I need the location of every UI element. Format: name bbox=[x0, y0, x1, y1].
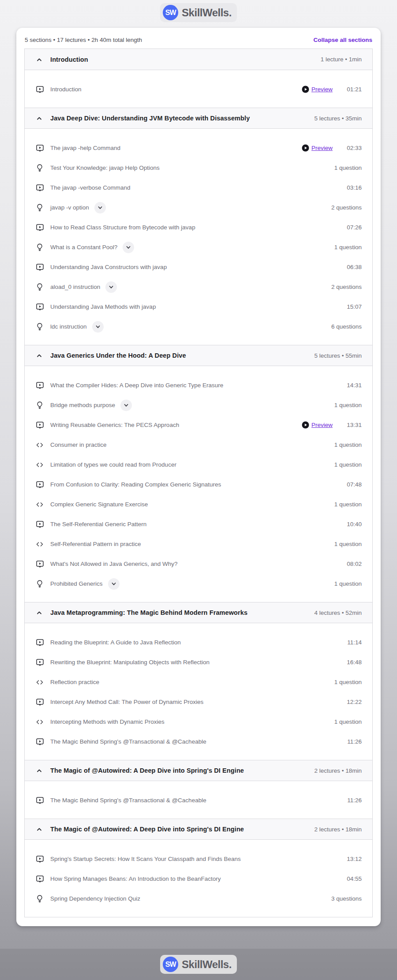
lecture-meta: 04:55 bbox=[341, 875, 362, 882]
lecture-row[interactable]: The Magic Behind Spring's @Transactional… bbox=[25, 790, 372, 810]
lecture-row[interactable]: javap -v option 2 questions bbox=[25, 198, 372, 217]
lecture-row[interactable]: Consumer in practice 1 question bbox=[25, 435, 372, 455]
preview-button[interactable]: Preview bbox=[302, 421, 333, 429]
lecture-meta: 07:48 bbox=[341, 481, 362, 488]
lecture-title: Consumer in practice bbox=[50, 441, 107, 448]
lecture-row[interactable]: aload_0 instruction 2 questions bbox=[25, 277, 372, 297]
lecture-row[interactable]: ldc instruction 6 questions bbox=[25, 317, 372, 337]
section-lectures: The javap -help Command Preview 02:33 bbox=[25, 129, 372, 345]
code-icon bbox=[35, 679, 44, 686]
lecture-row[interactable]: How Spring Manages Beans: An Introductio… bbox=[25, 869, 372, 889]
lecture-meta: 07:26 bbox=[341, 224, 362, 231]
lecture-row[interactable]: Rewriting the Blueprint: Manipulating Ob… bbox=[25, 652, 372, 672]
course-summary: 5 sections • 17 lectures • 2h 40m total … bbox=[25, 37, 142, 43]
course-section: Java Deep Dive: Understanding JVM Byteco… bbox=[25, 108, 372, 345]
lecture-title: The Magic Behind Spring's @Transactional… bbox=[50, 738, 206, 745]
section-header[interactable]: Java Metaprogramming: The Magic Behind M… bbox=[25, 602, 372, 623]
section-header[interactable]: The Magic of @Autowired: A Deep Dive int… bbox=[25, 760, 372, 781]
video-icon bbox=[35, 855, 44, 863]
expand-lecture-toggle[interactable] bbox=[108, 578, 120, 590]
lecture-row[interactable]: What is a Constant Pool? 1 question bbox=[25, 237, 372, 257]
section-header[interactable]: The Magic of @Autowired: A Deep Dive int… bbox=[25, 819, 372, 840]
code-icon bbox=[35, 541, 44, 548]
lecture-row[interactable]: Spring Dependency Injection Quiz 3 quest… bbox=[25, 889, 372, 909]
lecture-row[interactable]: Test Your Knowledge: javap Help Options … bbox=[25, 158, 372, 178]
lecture-row[interactable]: From Confusion to Clarity: Reading Compl… bbox=[25, 475, 372, 494]
lecture-title: What's Not Allowed in Java Generics, and… bbox=[50, 561, 177, 567]
lecture-meta: 12:22 bbox=[341, 699, 362, 705]
preview-label: Preview bbox=[311, 422, 333, 428]
section-lectures: The Magic Behind Spring's @Transactional… bbox=[25, 781, 372, 819]
lecture-meta: 11:26 bbox=[341, 797, 362, 804]
lecture-title: Rewriting the Blueprint: Manipulating Ob… bbox=[50, 659, 210, 666]
expand-lecture-toggle[interactable] bbox=[120, 400, 132, 411]
preview-button[interactable]: Preview bbox=[302, 86, 333, 93]
video-icon bbox=[35, 421, 44, 429]
section-title: The Magic of @Autowired: A Deep Dive int… bbox=[50, 767, 244, 774]
lecture-title: Spring's Startup Secrets: How It Scans Y… bbox=[50, 856, 241, 862]
lecture-meta: 11:26 bbox=[341, 738, 362, 745]
video-icon bbox=[35, 183, 44, 192]
section-meta: 5 lectures • 35min bbox=[307, 115, 362, 122]
expand-lecture-toggle[interactable] bbox=[94, 202, 106, 213]
lecture-row[interactable]: Intercepting Methods with Dynamic Proxie… bbox=[25, 712, 372, 732]
lecture-title: Complex Generic Signature Exercise bbox=[50, 501, 148, 508]
lecture-row[interactable]: Prohibited Generics 1 question bbox=[25, 574, 372, 594]
lecture-row[interactable]: Limitation of types we could read from P… bbox=[25, 455, 372, 475]
lecture-row[interactable]: Intercept Any Method Call: The Power of … bbox=[25, 692, 372, 712]
lecture-title: Prohibited Generics bbox=[50, 580, 103, 587]
lecture-title: Spring Dependency Injection Quiz bbox=[50, 895, 140, 902]
lecture-title: Reading the Blueprint: A Guide to Java R… bbox=[50, 639, 181, 646]
lecture-row[interactable]: The javap -help Command Preview 02:33 bbox=[25, 138, 372, 158]
lecture-meta: 1 question bbox=[334, 402, 362, 408]
lecture-meta: 6 questions bbox=[331, 323, 362, 330]
collapse-all-sections-link[interactable]: Collapse all sections bbox=[313, 37, 372, 43]
expand-lecture-toggle[interactable] bbox=[105, 281, 117, 293]
video-icon bbox=[35, 796, 44, 804]
lightbulb-icon bbox=[35, 203, 44, 212]
section-header[interactable]: Java Deep Dive: Understanding JVM Byteco… bbox=[25, 108, 372, 129]
lecture-title: ldc instruction bbox=[50, 323, 87, 330]
lecture-title: Introduction bbox=[50, 86, 82, 93]
chevron-up-icon bbox=[35, 767, 43, 774]
lecture-row[interactable]: The javap -verbose Command 03:16 bbox=[25, 178, 372, 198]
section-meta: 1 lecture • 1min bbox=[314, 56, 362, 63]
lecture-row[interactable]: Spring's Startup Secrets: How It Scans Y… bbox=[25, 849, 372, 869]
lecture-row[interactable]: Reading the Blueprint: A Guide to Java R… bbox=[25, 632, 372, 652]
section-header[interactable]: Java Generics Under the Hood: A Deep Div… bbox=[25, 345, 372, 366]
lecture-row[interactable]: Bridge methods purpose 1 question bbox=[25, 395, 372, 415]
lecture-meta: 13:31 bbox=[341, 422, 362, 428]
lecture-row[interactable]: Complex Generic Signature Exercise 1 que… bbox=[25, 494, 372, 514]
lecture-row[interactable]: What's Not Allowed in Java Generics, and… bbox=[25, 554, 372, 574]
lecture-row[interactable]: Reflection practice 1 question bbox=[25, 672, 372, 692]
lecture-row[interactable]: Understanding Java Methods with javap 15… bbox=[25, 297, 372, 317]
footer-bar: SW SkillWells. bbox=[0, 949, 397, 980]
lecture-row[interactable]: Introduction Preview 01:21 bbox=[25, 79, 372, 99]
lecture-row[interactable]: How to Read Class Structure from Bytecod… bbox=[25, 217, 372, 237]
chevron-up-icon bbox=[35, 352, 43, 359]
lecture-row[interactable]: The Magic Behind Spring's @Transactional… bbox=[25, 732, 372, 752]
lecture-meta: 2 questions bbox=[331, 284, 362, 290]
lecture-row[interactable]: What the Compiler Hides: A Deep Dive int… bbox=[25, 375, 372, 395]
brand-name: SkillWells. bbox=[182, 7, 232, 19]
lecture-row[interactable]: Self-Referential Pattern in practice 1 q… bbox=[25, 534, 372, 554]
code-icon bbox=[35, 501, 44, 508]
lecture-title: Intercept Any Method Call: The Power of … bbox=[50, 699, 203, 705]
chevron-down-icon bbox=[111, 581, 117, 587]
lecture-title: Bridge methods purpose bbox=[50, 402, 115, 408]
lecture-meta: 1 question bbox=[334, 165, 362, 171]
lecture-row[interactable]: Writing Reusable Generics: The PECS Appr… bbox=[25, 415, 372, 435]
section-header[interactable]: Introduction 1 lecture • 1min bbox=[25, 49, 372, 70]
video-icon bbox=[35, 698, 44, 706]
section-title: The Magic of @Autowired: A Deep Dive int… bbox=[50, 826, 244, 833]
video-icon bbox=[35, 638, 44, 647]
lecture-row[interactable]: Understanding Java Constructors with jav… bbox=[25, 257, 372, 277]
expand-lecture-toggle[interactable] bbox=[123, 242, 134, 253]
lecture-row[interactable]: The Self-Referential Generic Pattern 10:… bbox=[25, 514, 372, 534]
preview-button[interactable]: Preview bbox=[302, 144, 333, 152]
lecture-title: The Self-Referential Generic Pattern bbox=[50, 521, 146, 527]
chevron-down-icon bbox=[97, 205, 103, 211]
expand-lecture-toggle[interactable] bbox=[92, 321, 104, 333]
lecture-meta: 16:48 bbox=[341, 659, 362, 666]
lecture-meta: 03:16 bbox=[341, 184, 362, 191]
